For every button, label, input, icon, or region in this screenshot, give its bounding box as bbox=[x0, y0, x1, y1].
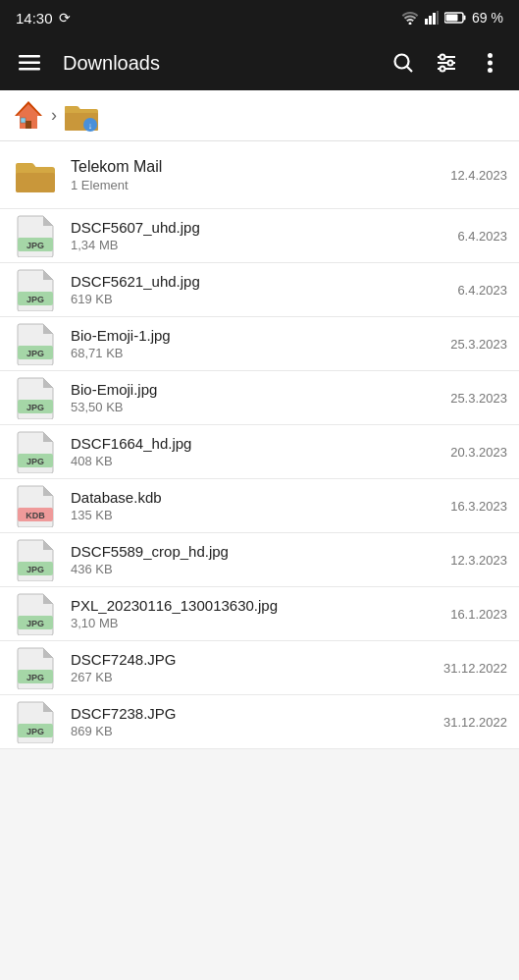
file-icon-wrap: JPG bbox=[12, 536, 59, 583]
more-button[interactable] bbox=[468, 41, 511, 84]
wifi-icon bbox=[401, 11, 419, 25]
list-item[interactable]: JPG Bio-Emoji-1.jpg 68,71 KB 25.3.2023 bbox=[0, 317, 519, 371]
folder-icon-wrap bbox=[12, 151, 59, 198]
svg-text:↓: ↓ bbox=[88, 121, 93, 131]
file-info: Bio-Emoji.jpg 53,50 KB bbox=[71, 381, 442, 414]
home-icon[interactable] bbox=[12, 99, 45, 133]
file-name: DSCF1664_hd.jpg bbox=[71, 435, 442, 452]
file-date: 6.4.2023 bbox=[457, 283, 507, 298]
file-icon-wrap: KDB bbox=[12, 482, 59, 529]
file-date: 20.3.2023 bbox=[450, 445, 507, 460]
breadcrumb: › ↓ bbox=[0, 90, 519, 141]
svg-text:KDB: KDB bbox=[26, 511, 45, 520]
status-right: 69 % bbox=[401, 10, 503, 26]
battery-icon bbox=[444, 12, 466, 24]
file-date: 31.12.2022 bbox=[443, 715, 507, 730]
file-size: 135 KB bbox=[71, 508, 442, 522]
svg-rect-31 bbox=[16, 173, 55, 192]
file-name: Bio-Emoji.jpg bbox=[71, 381, 442, 398]
list-item[interactable]: JPG DSCF5621_uhd.jpg 619 KB 6.4.2023 bbox=[0, 263, 519, 317]
menu-button[interactable] bbox=[8, 41, 51, 84]
list-item[interactable]: JPG DSCF7238.JPG 869 KB 31.12.2022 bbox=[0, 695, 519, 749]
file-icon-wrap: JPG bbox=[12, 698, 59, 745]
svg-point-10 bbox=[395, 55, 409, 69]
list-item[interactable]: JPG PXL_20230116_130013630.jpg 3,10 MB 1… bbox=[0, 587, 519, 641]
svg-point-18 bbox=[488, 53, 493, 58]
svg-text:JPG: JPG bbox=[26, 457, 44, 466]
svg-text:JPG: JPG bbox=[26, 565, 44, 574]
svg-rect-23 bbox=[26, 121, 31, 129]
app-bar-title: Downloads bbox=[63, 52, 382, 75]
file-date: 25.3.2023 bbox=[450, 337, 507, 352]
breadcrumb-folder-icon[interactable]: ↓ bbox=[63, 99, 100, 133]
app-bar: Downloads bbox=[0, 35, 519, 90]
file-icon-wrap: JPG bbox=[12, 644, 59, 691]
svg-point-17 bbox=[441, 67, 445, 72]
folder-name: Telekom Mail bbox=[71, 158, 442, 176]
file-size: 3,10 MB bbox=[71, 616, 442, 630]
list-item[interactable]: JPG DSCF5607_uhd.jpg 1,34 MB 6.4.2023 bbox=[0, 209, 519, 263]
file-info: DSCF7238.JPG 869 KB bbox=[71, 705, 436, 738]
search-button[interactable] bbox=[382, 41, 425, 84]
svg-text:JPG: JPG bbox=[26, 673, 44, 682]
folder-meta: 1 Element bbox=[71, 178, 442, 192]
list-item[interactable]: KDB Database.kdb 135 KB 16.3.2023 bbox=[0, 479, 519, 533]
file-icon-wrap: JPG bbox=[12, 428, 59, 475]
list-item[interactable]: JPG DSCF1664_hd.jpg 408 KB 20.3.2023 bbox=[0, 425, 519, 479]
svg-point-15 bbox=[441, 55, 445, 60]
file-name: PXL_20230116_130013630.jpg bbox=[71, 597, 442, 614]
file-icon-wrap: JPG bbox=[12, 320, 59, 367]
file-info: DSCF1664_hd.jpg 408 KB bbox=[71, 435, 442, 468]
svg-point-16 bbox=[448, 61, 453, 66]
file-date: 16.1.2023 bbox=[450, 607, 507, 622]
file-icon-wrap: JPG bbox=[12, 212, 59, 259]
file-size: 267 KB bbox=[71, 670, 436, 684]
svg-rect-8 bbox=[19, 62, 40, 65]
svg-point-19 bbox=[488, 61, 493, 66]
svg-rect-6 bbox=[446, 15, 458, 22]
file-size: 436 KB bbox=[71, 562, 442, 576]
file-size: 619 KB bbox=[71, 292, 449, 306]
svg-marker-22 bbox=[16, 103, 41, 116]
battery-percentage: 69 % bbox=[472, 10, 503, 26]
file-info: DSCF5607_uhd.jpg 1,34 MB bbox=[71, 219, 449, 252]
svg-text:JPG: JPG bbox=[26, 727, 44, 736]
file-size: 68,71 KB bbox=[71, 346, 442, 360]
list-item[interactable]: JPG DSCF7248.JPG 267 KB 31.12.2022 bbox=[0, 641, 519, 695]
file-size: 1,34 MB bbox=[71, 238, 449, 252]
list-item[interactable]: JPG DSCF5589_crop_hd.jpg 436 KB 12.3.202… bbox=[0, 533, 519, 587]
file-date: 31.12.2022 bbox=[443, 661, 507, 676]
signal-icon bbox=[425, 11, 439, 25]
file-name: DSCF7248.JPG bbox=[71, 651, 436, 668]
file-name: Bio-Emoji-1.jpg bbox=[71, 327, 442, 344]
tune-button[interactable] bbox=[425, 41, 468, 84]
status-left: 14:30 ⟳ bbox=[16, 10, 71, 27]
folder-info: Telekom Mail 1 Element bbox=[71, 158, 442, 192]
breadcrumb-separator: › bbox=[51, 105, 57, 126]
file-icon-wrap: JPG bbox=[12, 374, 59, 421]
file-name: DSCF7238.JPG bbox=[71, 705, 436, 722]
file-items-container: JPG DSCF5607_uhd.jpg 1,34 MB 6.4.2023 JP… bbox=[0, 209, 519, 749]
svg-point-20 bbox=[488, 68, 493, 73]
svg-rect-7 bbox=[19, 55, 40, 58]
file-info: Bio-Emoji-1.jpg 68,71 KB bbox=[71, 327, 442, 360]
svg-line-11 bbox=[407, 67, 412, 72]
svg-text:JPG: JPG bbox=[26, 403, 44, 412]
file-icon-wrap: JPG bbox=[12, 590, 59, 637]
file-info: Database.kdb 135 KB bbox=[71, 489, 442, 522]
file-icon-wrap: JPG bbox=[12, 266, 59, 313]
list-item[interactable]: JPG Bio-Emoji.jpg 53,50 KB 25.3.2023 bbox=[0, 371, 519, 425]
file-name: DSCF5589_crop_hd.jpg bbox=[71, 543, 442, 560]
svg-rect-0 bbox=[425, 19, 428, 25]
svg-text:JPG: JPG bbox=[26, 349, 44, 358]
folder-item-telekom[interactable]: Telekom Mail 1 Element 12.4.2023 bbox=[0, 141, 519, 209]
file-info: PXL_20230116_130013630.jpg 3,10 MB bbox=[71, 597, 442, 630]
file-name: Database.kdb bbox=[71, 489, 442, 506]
svg-rect-2 bbox=[433, 13, 436, 25]
svg-rect-9 bbox=[19, 68, 40, 71]
file-size: 869 KB bbox=[71, 724, 436, 738]
svg-rect-1 bbox=[429, 16, 432, 25]
file-date: 25.3.2023 bbox=[450, 391, 507, 406]
file-info: DSCF5589_crop_hd.jpg 436 KB bbox=[71, 543, 442, 576]
file-name: DSCF5621_uhd.jpg bbox=[71, 273, 449, 290]
